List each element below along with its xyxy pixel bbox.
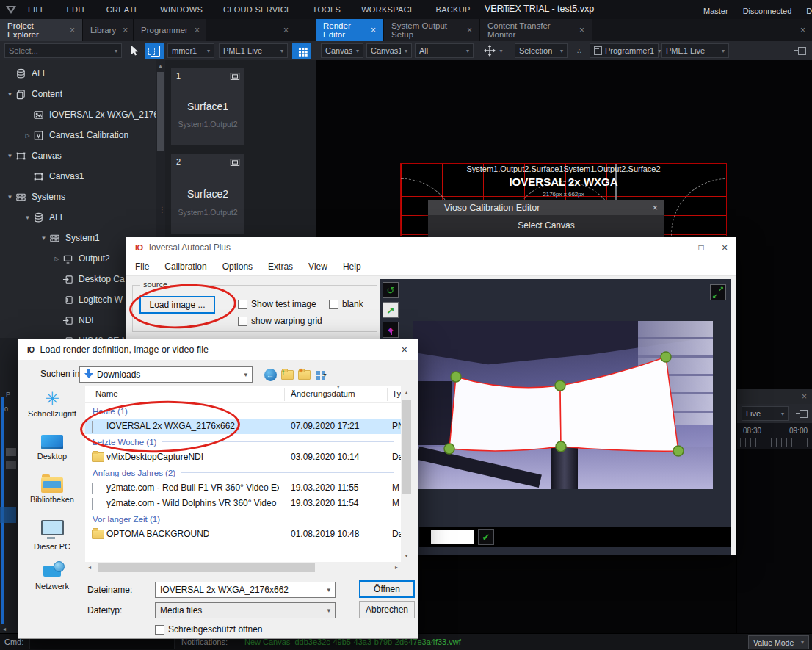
vioso-calibration-dialog[interactable]: Vioso Calibration Editor× Select Canvas [428,200,664,237]
file-row[interactable]: y2mate.com - Red Bull F1 VR 360° Video E… [85,480,401,496]
menu-windows[interactable]: WINDOWS [150,5,213,14]
tab-system-output-setup[interactable]: System Output Setup× [384,19,480,41]
tab-content-transfer-monitor[interactable]: Content Transfer Monitor× [480,19,592,41]
tree-item-canvas1-calibration[interactable]: ▷Canvas1 Calibration [0,126,156,144]
tab-programmer[interactable]: Programmer× [134,19,206,41]
surface-card-2[interactable]: 2 Surface2 System1.Output2 [171,154,244,234]
tab-project-explorer[interactable]: Project Explorer× [0,19,83,41]
live-combo[interactable]: Live▾ [742,406,789,421]
scrollbar-thumb[interactable] [98,563,315,572]
canvas1-combo[interactable]: Canvas1▾ [366,43,412,58]
menu-view[interactable]: View [308,261,327,272]
column-separator[interactable] [387,388,388,401]
up-folder-button[interactable]: ↑ [279,366,295,383]
fullscreen-button[interactable]: ↗ ↙ [710,284,726,300]
screen-outline-overlay[interactable] [413,321,713,489]
blank-checkbox[interactable]: blank [329,299,363,309]
close-icon[interactable]: × [467,25,472,35]
group-row[interactable]: Vor langer Zeit (1) [85,511,401,527]
expander-closed-icon[interactable]: ▷ [22,132,33,139]
expander-open-icon[interactable]: ▼ [22,214,33,221]
programmer-combo-left[interactable]: mmer1▾ [167,43,214,58]
place-libraries[interactable]: Bibliotheken [21,477,83,504]
close-icon[interactable]: × [70,25,75,35]
select-combo[interactable]: Select...▾ [4,43,122,58]
minimize-icon[interactable]: — [666,242,689,253]
close-icon[interactable]: × [713,242,736,253]
scroll-up-icon[interactable]: ▴ [401,389,412,396]
back-button[interactable]: ← [262,366,278,383]
place-quick-access[interactable]: ✳Schnellzugriff [21,391,83,418]
tree-item-systems[interactable]: ▼Systems [0,188,156,206]
view-menu-button[interactable]: ▾ [312,366,334,383]
place-network[interactable]: Netzwerk [21,566,83,591]
close-icon[interactable]: × [123,25,128,35]
close-panel-icon[interactable]: × [283,25,289,35]
vioso-title-bar[interactable]: Vioso Calibration Editor× [428,200,664,215]
scroll-up-icon[interactable]: ▴ [156,62,165,69]
expander-closed-icon[interactable]: ▷ [51,256,62,262]
tree-item-all[interactable]: ALL [0,65,156,82]
tab-render-editor[interactable]: Render Editor× [316,19,384,41]
look-in-combo[interactable]: Downloads ▾ [79,366,253,383]
tree-item-canvas1[interactable]: Canvas1 [0,167,156,185]
dock-panel-button[interactable] [793,43,811,59]
timeline-ruler[interactable]: 08:30 09:00 [737,423,812,449]
close-icon[interactable]: × [579,25,584,35]
file-open-dialog[interactable]: IO Load render definition, image or vide… [18,339,418,639]
value-mode-button[interactable]: Value Mode▾ [748,635,809,649]
close-icon[interactable]: × [652,202,658,213]
checkbox[interactable] [329,300,338,309]
pme-live-combo-right[interactable]: PME1 Live▾ [661,43,729,58]
autocal-title-bar[interactable]: IO Ioversal Autocal Plus — □ × [126,237,736,257]
pme-live-combo-left[interactable]: PME1 Live▾ [219,43,288,58]
scroll-left-icon[interactable]: ◂ [3,626,6,632]
cancel-button[interactable]: Abbrechen [359,601,415,618]
expander-open-icon[interactable]: ▼ [4,153,15,159]
surface-select-tool-button[interactable] [145,43,164,59]
tab-library[interactable]: Library× [83,19,134,41]
menu-workspace[interactable]: WORKSPACE [351,5,425,14]
menu-calibration[interactable]: Calibration [164,261,206,272]
close-icon[interactable]: × [195,25,200,35]
camera-photo[interactable] [413,321,713,489]
canvas-combo[interactable]: Canvas▾ [321,43,363,58]
undo-tool-button[interactable]: ↺ [383,282,399,298]
tree-item-ioversal-image[interactable]: IOVERSAL 2x WXGA_2176 [0,106,156,123]
surface-card-1[interactable]: 1 Surface1 System1.Output2 [171,68,244,145]
column-type[interactable]: Ty [392,389,401,398]
readonly-checkbox[interactable]: Schreibgeschützt öffnen [155,624,263,635]
scrollbar-thumb[interactable] [402,400,411,494]
checkbox[interactable] [155,625,164,635]
list-horizontal-scrollbar[interactable]: ◂ ▸ [85,562,401,573]
scroll-down-icon[interactable]: ▾ [401,552,412,559]
menu-options[interactable]: Options [222,261,253,272]
selection-combo[interactable]: Selection▾ [515,43,568,58]
checkbox[interactable] [238,300,247,309]
filename-combo[interactable]: IOVERSAL 2x WXGA_2176x662▾ [155,582,336,598]
close-icon[interactable]: × [402,344,407,355]
confirm-button[interactable]: ✔ [478,529,494,545]
place-this-pc[interactable]: Dieser PC [21,520,83,551]
menu-help[interactable]: Help [343,261,361,272]
group-row[interactable]: Anfang des Jahres (2) [85,465,401,480]
menu-tools[interactable]: TOOLS [302,5,352,14]
maximize-icon[interactable]: □ [689,242,713,253]
menu-file[interactable]: File [135,261,149,272]
file-row[interactable]: OPTOMA BACKGROUND 01.08.2019 10:48 Da [85,527,401,542]
show-test-image-checkbox[interactable]: Show test image [238,299,316,309]
column-date[interactable]: Änderungsdatum [291,389,355,398]
close-panel-icon[interactable]: × [800,25,805,35]
list-vertical-scrollbar[interactable]: ▴ ▾ [401,386,412,562]
filter-all-combo[interactable]: All▾ [415,43,474,58]
new-folder-button[interactable]: ✳ [296,366,312,383]
tree-item-content[interactable]: ▼Content [0,85,156,103]
close-icon[interactable]: × [371,25,376,35]
dialog-title-bar[interactable]: IO Load render definition, image or vide… [18,339,418,360]
open-button[interactable]: Öffnen [359,580,415,598]
file-row[interactable]: y2mate.com - Wild Dolphins VR 360° Video… [85,496,401,511]
expander-open-icon[interactable]: ▼ [38,235,49,242]
show-warping-grid-checkbox[interactable]: show warping grid [238,316,322,326]
column-name[interactable]: Name [95,389,118,398]
scroll-right-icon[interactable]: ▸ [395,564,398,571]
